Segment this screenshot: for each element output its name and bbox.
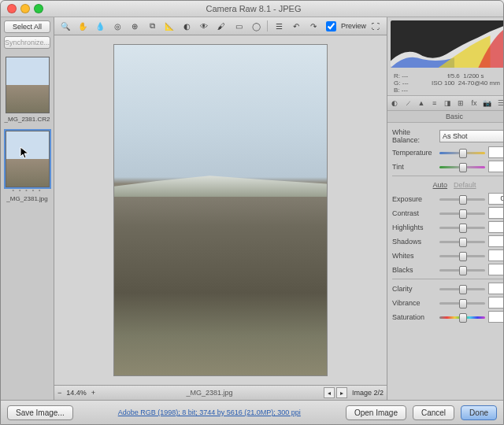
tint-value[interactable]: 0 [488, 161, 503, 172]
highlights-value[interactable]: 0 [488, 221, 503, 233]
titlebar: Camera Raw 8.1 - JPEG [1, 1, 503, 17]
window-title: Camera Raw 8.1 - JPEG [43, 4, 464, 13]
prefs-icon[interactable]: ☰ [271, 19, 287, 33]
photo-preview [113, 44, 328, 376]
tab-calib-icon[interactable]: 📷 [483, 98, 491, 109]
basic-panel: White Balance: As Shot▾ Temperature0 Tin… [387, 123, 503, 400]
radial-icon[interactable]: ◯ [248, 19, 264, 33]
temperature-value[interactable]: 0 [488, 146, 503, 158]
crop-icon[interactable]: ⧉ [144, 19, 160, 33]
blacks-slider[interactable] [439, 265, 485, 275]
gradient-icon[interactable]: ▭ [231, 19, 246, 33]
clarity-slider[interactable] [439, 284, 485, 294]
preview-checkbox[interactable] [326, 21, 336, 31]
wb-select[interactable]: As Shot▾ [439, 130, 503, 142]
shadows-value[interactable]: 0 [488, 235, 503, 247]
temperature-slider[interactable] [439, 148, 485, 157]
toolbar: 🔍 ✋ 💧 ◎ ⊕ ⧉ 📐 ◐ 👁 🖌 ▭ ◯ ☰ ↶ ↷ Preview [54, 17, 387, 35]
saturation-slider[interactable] [439, 312, 485, 322]
done-button[interactable]: Done [461, 405, 497, 420]
default-link[interactable]: Default [454, 181, 476, 189]
histogram[interactable] [391, 20, 503, 68]
rotate-left-icon[interactable]: ↶ [288, 19, 304, 33]
tab-curve-icon[interactable]: ⟋ [404, 98, 413, 109]
whites-slider[interactable] [439, 251, 485, 261]
straighten-icon[interactable]: 📐 [161, 19, 177, 33]
image-canvas[interactable] [54, 35, 387, 385]
tab-hsl-icon[interactable]: ≡ [430, 98, 439, 109]
workflow-link[interactable]: Adobe RGB (1998); 8 bit; 3744 by 5616 (2… [80, 408, 339, 416]
tint-slider[interactable] [439, 162, 485, 172]
minimize-icon[interactable] [20, 4, 30, 13]
thumbnail[interactable]: • • • • • _MG_2381.jpg [4, 131, 50, 202]
highlights-slider[interactable] [439, 223, 485, 232]
close-icon[interactable] [7, 4, 17, 13]
filmstrip: Select All Synchronize... _MG_2381.CR2 •… [1, 17, 54, 400]
redeye-icon[interactable]: 👁 [196, 19, 212, 33]
thumbnail-label: _MG_2381.jpg [4, 195, 50, 202]
shadows-slider[interactable] [439, 237, 485, 246]
zoom-tool-icon[interactable]: 🔍 [57, 19, 73, 33]
thumbnail-label: _MG_2381.CR2 [4, 116, 50, 123]
cancel-button[interactable]: Cancel [413, 405, 454, 420]
saturation-value[interactable]: 0 [488, 311, 503, 323]
tab-fx-icon[interactable]: fx [470, 98, 479, 109]
status-bar: − 14.4% + _MG_2381.jpg ◂ ▸ Image 2/2 [54, 385, 387, 400]
spot-removal-icon[interactable]: ◐ [179, 19, 195, 33]
tab-split-icon[interactable]: ◨ [443, 98, 452, 109]
tab-detail-icon[interactable]: ▲ [417, 98, 426, 109]
thumbnail[interactable]: _MG_2381.CR2 [4, 57, 50, 123]
targeted-adjust-icon[interactable]: ⊕ [127, 19, 143, 33]
next-image-button[interactable]: ▸ [336, 387, 347, 398]
zoom-minus[interactable]: − [57, 389, 61, 397]
preview-label: Preview [341, 22, 366, 30]
fullscreen-icon[interactable]: ⛶ [368, 19, 384, 33]
blacks-value[interactable]: 0 [488, 264, 503, 275]
whites-value[interactable]: 0 [488, 249, 503, 261]
tab-preset-icon[interactable]: ☰ [496, 98, 503, 109]
eyedropper-icon[interactable]: 💧 [92, 19, 108, 33]
contrast-slider[interactable] [439, 209, 485, 218]
image-counter: Image 2/2 [352, 389, 384, 397]
exif-readout: R: --- G: --- B: --- f/5.6 1/200 s ISO 1… [387, 71, 503, 95]
clarity-value[interactable]: 0 [488, 283, 503, 294]
open-image-button[interactable]: Open Image [346, 405, 406, 420]
exposure-value[interactable]: 0.00 [488, 193, 503, 205]
footer: Save Image... Adobe RGB (1998); 8 bit; 3… [1, 400, 503, 424]
save-image-button[interactable]: Save Image... [7, 405, 73, 420]
brush-icon[interactable]: 🖌 [213, 19, 229, 33]
prev-image-button[interactable]: ◂ [324, 387, 335, 398]
panel-title: Basic [387, 111, 503, 123]
status-filename: _MG_2381.jpg [100, 389, 319, 397]
maximize-icon[interactable] [34, 4, 43, 13]
wb-label: White Balance: [392, 128, 436, 144]
vibrance-value[interactable]: 0 [488, 297, 503, 309]
vibrance-slider[interactable] [439, 298, 485, 308]
hand-tool-icon[interactable]: ✋ [75, 19, 91, 33]
synchronize-button[interactable]: Synchronize... [4, 36, 50, 49]
zoom-plus[interactable]: + [91, 389, 95, 397]
select-all-button[interactable]: Select All [4, 20, 50, 33]
tab-lens-icon[interactable]: ⊞ [457, 98, 465, 109]
panel-tabs: ◐ ⟋ ▲ ≡ ◨ ⊞ fx 📷 ☰ 🕘 [387, 95, 503, 111]
contrast-value[interactable]: 0 [488, 207, 503, 219]
tab-basic-icon[interactable]: ◐ [391, 98, 399, 109]
exposure-slider[interactable] [439, 194, 485, 204]
zoom-level[interactable]: 14.4% [66, 389, 87, 397]
color-sampler-icon[interactable]: ◎ [109, 19, 125, 33]
auto-link[interactable]: Auto [433, 181, 448, 189]
rotate-right-icon[interactable]: ↷ [306, 19, 321, 33]
